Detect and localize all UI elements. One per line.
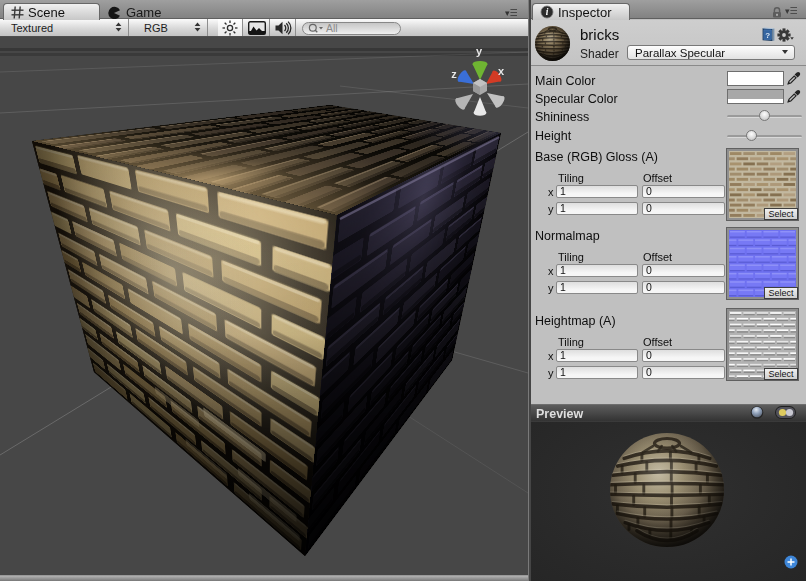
svg-text:z: z <box>451 68 457 80</box>
svg-text:?: ? <box>765 31 770 40</box>
svg-text:i: i <box>546 7 549 17</box>
svg-text:x: x <box>498 65 505 77</box>
svg-text:y: y <box>476 45 483 57</box>
